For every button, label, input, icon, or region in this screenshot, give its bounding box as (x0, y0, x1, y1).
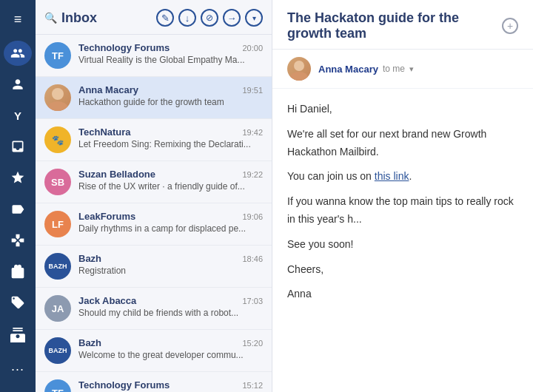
sidebar-item-contact[interactable] (4, 321, 32, 349)
email-view-title: The Hackaton guide for the growth team (287, 10, 502, 41)
svg-point-4 (294, 61, 304, 71)
sidebar-item-person[interactable] (4, 72, 32, 97)
sidebar-item-bag[interactable] (4, 259, 32, 284)
sidebar-item-tag[interactable] (4, 197, 32, 222)
sidebar-item-inbox[interactable] (4, 134, 32, 159)
email-list-item[interactable]: TFTechnology Forums20:00Virtual Reality … (36, 35, 272, 77)
email-top: TechNatura19:42 (78, 126, 263, 138)
svg-point-1 (47, 101, 68, 111)
sidebar-item-star[interactable] (4, 165, 32, 190)
sidebar-item-yahoo[interactable]: Y (4, 103, 32, 128)
sender-to: to me (383, 64, 405, 74)
email-sender: Anna Macary (78, 84, 138, 95)
email-list-item[interactable]: Anna Macary19:51Hackathon guide for the … (36, 77, 272, 119)
email-sender: Bazh (78, 253, 101, 264)
toolbar-more-button[interactable]: ▾ (245, 9, 263, 27)
email-list-item[interactable]: TFTechnology Forums15:12Learning in VR w… (36, 372, 272, 392)
email-content: Jack Abacca17:03Should my child be frien… (78, 295, 263, 318)
people-icon (10, 46, 25, 61)
email-link[interactable]: this link (375, 170, 409, 182)
email-sender: Suzan Belladone (78, 169, 155, 180)
toolbar-download-button[interactable]: ↓ (178, 9, 196, 27)
avatar: LF (44, 211, 71, 237)
email-view-header: The Hackaton guide for the growth team + (272, 0, 533, 50)
email-time: 17:03 (242, 297, 263, 305)
sender-avatar (287, 57, 311, 81)
email-signature: Anna (287, 285, 518, 303)
avatar: BAZH (44, 337, 71, 364)
bag-icon (10, 264, 25, 279)
email-list-item[interactable]: BAZHBazh15:20Welcome to the great develo… (36, 330, 272, 372)
email-list-item[interactable]: SBSuzan Belladone19:22Rise of the UX wri… (36, 161, 272, 203)
sender-avatar-img (287, 57, 311, 81)
email-list-item[interactable]: BAZHBazh18:46Registration (36, 246, 272, 288)
avatar: BAZH (44, 253, 71, 280)
sidebar-bottom: ··· (4, 318, 32, 386)
email-sender: Jack Abacca (78, 295, 136, 306)
email-time: 19:06 (242, 212, 263, 221)
add-tab-button[interactable]: + (502, 18, 518, 34)
email-top: Jack Abacca17:03 (78, 295, 263, 306)
email-top: Bazh18:46 (78, 253, 263, 264)
email-top: Suzan Belladone19:22 (78, 169, 263, 180)
email-list: TFTechnology Forums20:00Virtual Reality … (36, 35, 272, 392)
star-icon (10, 170, 25, 185)
sender-name: Anna Macary (318, 64, 378, 75)
email-list-item[interactable]: JAJack Abacca17:03Should my child be fri… (36, 288, 272, 330)
email-sender: Technology Forums (78, 379, 170, 391)
email-view-sender-row: Anna Macary to me ▾ (272, 50, 533, 89)
email-subject: Virtual Reality is the Global Empathy Ma… (78, 55, 263, 65)
email-top: Technology Forums15:12 (78, 379, 263, 391)
email-sender: TechNatura (78, 126, 131, 138)
sidebar-item-more[interactable]: ··· (4, 355, 32, 383)
email-list-item[interactable]: 🐾TechNatura19:42Let Freedom Sing: Remixi… (36, 119, 272, 161)
email-time: 19:42 (242, 128, 263, 137)
email-sender: Technology Forums (78, 42, 170, 53)
avatar: TF (44, 42, 71, 69)
email-content: Technology Forums15:12Learning in VR wil… (78, 379, 263, 392)
email-top: Technology Forums20:00 (78, 42, 263, 53)
email-subject: Rise of the UX writer · a friendly guide… (78, 181, 263, 192)
person-icon (10, 77, 25, 92)
toolbar-forward-button[interactable]: → (223, 9, 241, 27)
email-cheers: Cheers, (287, 261, 518, 279)
email-content: Anna Macary19:51Hackathon guide for the … (78, 84, 263, 107)
inbox-icon (10, 139, 25, 154)
toolbar-edit-button[interactable]: ✎ (156, 9, 174, 27)
email-subject: Daily rhythms in a camp for displaced pe… (78, 223, 263, 234)
email-content: Bazh15:20Welcome to the great developer … (78, 337, 263, 360)
email-subject: Welcome to the great developer commu... (78, 350, 263, 360)
email-time: 19:51 (242, 86, 263, 95)
search-icon[interactable]: 🔍 (44, 12, 57, 24)
email-time: 15:20 (242, 339, 263, 348)
email-para-2: You can join us on this link. (287, 168, 518, 186)
menu-icon[interactable]: ≡ (8, 6, 28, 33)
contact-icon (10, 328, 25, 342)
svg-point-5 (290, 72, 308, 81)
email-content: Bazh18:46Registration (78, 253, 263, 276)
avatar (44, 84, 71, 111)
sidebar-item-game[interactable] (4, 228, 32, 253)
email-sender: LeakForums (78, 211, 135, 222)
email-list-panel: 🔍 Inbox ✎ ↓ ⊘ → ▾ TFTechnology Forums20:… (36, 0, 272, 392)
email-time: 20:00 (242, 44, 263, 53)
email-content: LeakForums19:06Daily rhythms in a camp f… (78, 211, 263, 234)
inbox-header: 🔍 Inbox ✎ ↓ ⊘ → ▾ (36, 0, 272, 35)
email-para-1: We're all set for our next brand new Gro… (287, 126, 518, 161)
label-icon (10, 295, 25, 310)
toolbar-block-button[interactable]: ⊘ (201, 9, 218, 27)
sidebar-item-label[interactable] (4, 290, 32, 315)
email-subject: Registration (78, 266, 263, 276)
sidebar-item-people[interactable] (4, 41, 32, 66)
email-view-panel: The Hackaton guide for the growth team +… (272, 0, 533, 392)
svg-point-0 (52, 88, 64, 100)
email-time: 15:12 (242, 381, 263, 390)
email-content: Technology Forums20:00Virtual Reality is… (78, 42, 263, 65)
email-subject: Hackathon guide for the growth team (78, 97, 263, 107)
email-list-item[interactable]: LFLeakForums19:06Daily rhythms in a camp… (36, 203, 272, 246)
email-time: 18:46 (242, 254, 263, 263)
game-icon (10, 233, 25, 248)
email-subject: Let Freedom Sing: Remixing the Declarati… (78, 139, 263, 149)
email-top: LeakForums19:06 (78, 211, 263, 222)
sender-dropdown-icon[interactable]: ▾ (409, 64, 414, 74)
